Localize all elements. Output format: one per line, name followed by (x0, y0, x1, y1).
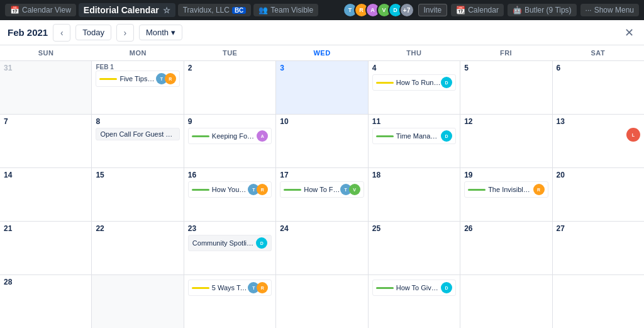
cal-cell-feb10[interactable]: 10 (276, 115, 367, 167)
day-header-fri: FRI (460, 45, 552, 60)
date-number: 31 (4, 64, 87, 72)
date-number: 11 (372, 117, 456, 126)
event-avatars: D (443, 130, 452, 142)
list-item[interactable]: Time Management Ti... D (372, 128, 456, 144)
event-avatars: T V (343, 184, 360, 195)
avatar: R (165, 73, 176, 84)
cal-cell-feb8[interactable]: 8 Open Call For Guest Pitches (92, 115, 183, 167)
cal-cell-feb19[interactable]: 19 The Invisible Pro... R (460, 168, 552, 221)
cal-cell-feb11[interactable]: 11 Time Management Ti... D (369, 115, 460, 167)
show-menu-button[interactable]: ··· Show Menu (580, 4, 639, 16)
event-avatars: T R (250, 184, 268, 195)
date-number: 24 (280, 224, 364, 233)
cal-cell-feb16[interactable]: 16 How Your Enviro... T R (184, 168, 275, 221)
member-avatars: T R A V D +7 (343, 3, 414, 18)
month-view-button[interactable]: Month ▾ (139, 25, 182, 40)
cal-cell-feb2[interactable]: 2 (184, 61, 275, 114)
event-avatars: A (259, 130, 268, 142)
cal-cell-feb25[interactable]: 25 (369, 222, 460, 274)
cal-cell-feb23b[interactable]: 5 Ways To Simpl... T R (184, 275, 275, 328)
event-title: Open Call For Guest Pitches (100, 130, 175, 138)
list-item[interactable]: How Your Enviro... T R (188, 181, 272, 198)
next-month-button[interactable]: › (116, 24, 134, 42)
close-calendar-button[interactable]: ✕ (622, 23, 636, 42)
date-number: 25 (372, 224, 456, 233)
day-header-sun: SUN (0, 45, 92, 60)
event-title: 5 Ways To Simpl... (212, 284, 248, 291)
cal-cell-feb12[interactable]: 12 (460, 115, 552, 167)
cal-cell-mar1[interactable] (92, 275, 183, 328)
date-number: 9 (188, 117, 272, 126)
calendar-view-button[interactable]: 📅 Calendar View (5, 4, 76, 16)
list-item[interactable]: Keeping Focus While... A (188, 128, 272, 144)
avatar: D (256, 237, 267, 249)
cal-cell-feb26b[interactable] (460, 275, 552, 328)
top-bar-left: 📅 Calendar View Editorial Calendar ☆ Tra… (5, 3, 318, 17)
cal-cell-feb26[interactable]: 26 (460, 222, 552, 274)
list-item[interactable]: How To Give Yo... D (372, 280, 456, 296)
cal-cell-feb17[interactable]: 17 How To Find You... T V (276, 168, 367, 221)
list-item[interactable]: Community Spotlight D (188, 235, 272, 251)
cal-cell-feb4[interactable]: 4 How To Run Effective... D (369, 61, 460, 114)
top-bar: 📅 Calendar View Editorial Calendar ☆ Tra… (0, 0, 644, 20)
today-button[interactable]: Today (75, 25, 111, 40)
team-visible-section: 👥 Team Visible (253, 4, 318, 16)
cal-cell-feb15[interactable]: 15 (92, 168, 183, 221)
cal-cell-feb27[interactable]: 27 (553, 222, 644, 274)
cal-cell-feb13[interactable]: 13 L (553, 115, 644, 167)
cal-cell-feb22[interactable]: 22 (92, 222, 183, 274)
avatar: R (257, 184, 268, 195)
avatar: A (257, 130, 268, 142)
calendar-grid: 31 FEB 1 Five Tips For Inb... T R 2 3 4 (0, 61, 644, 328)
list-item[interactable]: How To Find You... T V (280, 181, 364, 198)
cal-cell-jan31[interactable]: 31 (0, 61, 91, 114)
event-avatars: R (536, 184, 545, 195)
date-number: 12 (464, 117, 548, 126)
date-number: 5 (464, 64, 548, 72)
top-bar-right: T R A V D +7 Invite 📆 Calendar 🤖 Butler … (343, 3, 639, 18)
butler-label: Butler (9 Tips) (525, 6, 572, 14)
cal-cell-feb24[interactable]: 24 (276, 222, 367, 274)
cal-cell-feb14[interactable]: 14 (0, 168, 91, 221)
cal-cell-feb23[interactable]: 23 Community Spotlight D (184, 222, 275, 274)
date-number: 26 (464, 224, 548, 233)
list-item[interactable]: 5 Ways To Simpl... T R (188, 280, 272, 296)
prev-month-button[interactable]: ‹ (53, 24, 70, 42)
butler-icon: 🤖 (513, 6, 522, 14)
date-number: 18 (372, 171, 456, 179)
cal-cell-feb24b[interactable] (276, 275, 367, 328)
avatar: D (441, 130, 452, 142)
calendar-button[interactable]: 📆 Calendar (451, 4, 504, 16)
list-item[interactable]: Open Call For Guest Pitches (96, 128, 179, 140)
date-number: 23 (188, 224, 272, 233)
workspace-name-text: Travidux, LLC (183, 6, 230, 14)
cal-cell-feb5[interactable]: 5 (460, 61, 552, 114)
cal-cell-feb9[interactable]: 9 Keeping Focus While... A (184, 115, 275, 167)
cal-cell-feb18[interactable]: 18 (369, 168, 460, 221)
cal-cell-feb28[interactable]: 28 (0, 275, 91, 328)
month-sub-label: FEB 1 (96, 64, 179, 71)
cal-cell-feb3[interactable]: 3 (276, 61, 367, 114)
chevron-down-icon: ▾ (171, 28, 175, 37)
event-avatars: D (443, 77, 452, 88)
board-name: Editorial Calendar ☆ (79, 3, 175, 17)
cal-cell-feb27b[interactable] (553, 275, 644, 328)
cal-cell-feb20[interactable]: 20 (553, 168, 644, 221)
cal-cell-feb21[interactable]: 21 (0, 222, 91, 274)
cal-cell-feb6[interactable]: 6 (553, 61, 644, 114)
list-item[interactable]: Five Tips For Inb... T R (96, 71, 179, 87)
day-header-sat: SAT (552, 45, 644, 60)
team-icon: 👥 (258, 6, 268, 14)
event-color-bar (376, 82, 394, 84)
cal-cell-feb25b[interactable]: How To Give Yo... D (369, 275, 460, 328)
butler-button[interactable]: 🤖 Butler (9 Tips) (508, 4, 577, 16)
day-header-mon: MON (92, 45, 184, 60)
cal-cell-feb7[interactable]: 7 (0, 115, 91, 167)
avatar: D (441, 77, 452, 88)
star-icon[interactable]: ☆ (163, 6, 170, 15)
list-item[interactable]: The Invisible Pro... R (464, 181, 548, 198)
invite-button[interactable]: Invite (418, 4, 448, 16)
mon-header: FEB 1 (96, 64, 179, 71)
cal-cell-feb1[interactable]: FEB 1 Five Tips For Inb... T R (92, 61, 183, 114)
list-item[interactable]: How To Run Effective... D (372, 74, 456, 91)
